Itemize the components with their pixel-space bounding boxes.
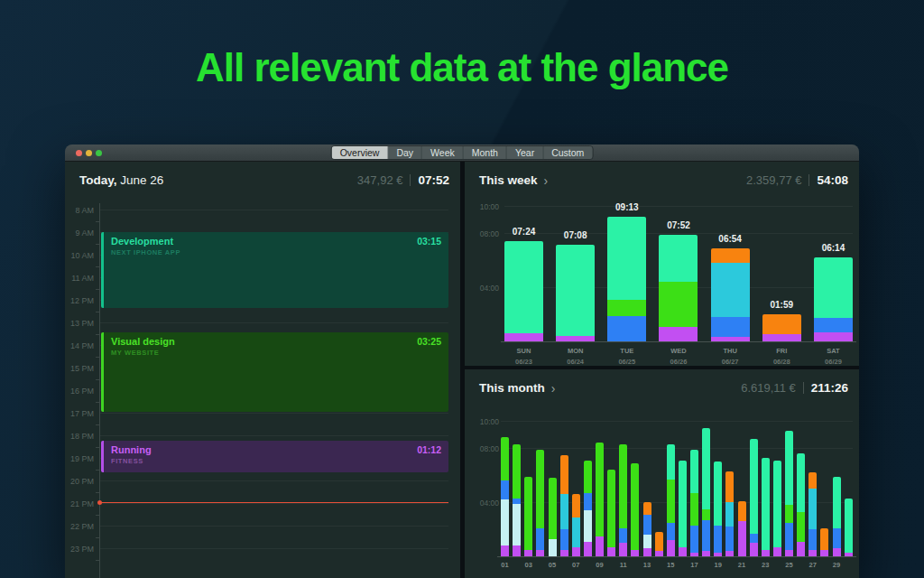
month-bar[interactable] — [667, 444, 675, 557]
bar-segment-m — [845, 499, 853, 553]
close-button[interactable] — [76, 150, 82, 156]
bar-segment-m — [797, 453, 805, 512]
month-bar[interactable] — [690, 450, 698, 557]
month-xtick-cell: 17 — [690, 561, 698, 569]
month-bar[interactable] — [762, 458, 770, 557]
value-separator — [803, 382, 804, 394]
month-bar[interactable] — [584, 461, 592, 557]
week-header[interactable]: This week › 2.359,77 € 54:08 — [479, 173, 848, 187]
month-bar[interactable] — [679, 461, 687, 557]
month-xtick-cell — [773, 561, 781, 569]
month-bar[interactable] — [808, 472, 817, 556]
today-header: Today, June 26 347,92 € 07:52 — [79, 173, 449, 187]
bar-segment-b — [750, 534, 758, 544]
timeline-hour-label: 22 PM — [65, 522, 94, 531]
month-xtick-cell — [560, 561, 568, 569]
bar-segment-g — [659, 282, 698, 327]
minimize-button[interactable] — [86, 150, 92, 156]
tab-day[interactable]: Day — [388, 146, 422, 159]
xtick-text: SAT — [814, 346, 853, 357]
timeline-hour-label: 8 AM — [65, 206, 94, 215]
month-bar[interactable] — [596, 443, 604, 556]
month-bar[interactable] — [714, 461, 722, 556]
month-bar[interactable] — [738, 501, 746, 557]
month-xtick-label: 25 — [785, 561, 792, 569]
month-xtick-cell — [607, 561, 615, 569]
month-bar[interactable] — [631, 463, 639, 557]
month-bar[interactable] — [833, 477, 841, 557]
tab-year[interactable]: Year — [507, 146, 543, 159]
bar-segment-m — [556, 245, 595, 336]
today-values: 347,92 € 07:52 — [357, 173, 449, 187]
month-bar[interactable] — [797, 453, 805, 556]
week-bar[interactable]: 07:24 — [504, 241, 543, 341]
month-bar[interactable] — [750, 439, 758, 557]
month-bar[interactable] — [655, 532, 663, 556]
timeline-event[interactable]: Development03:15NEXT IPHONE APP — [101, 232, 448, 308]
chevron-right-icon: › — [551, 382, 556, 395]
bar-segment-p — [762, 550, 770, 557]
month-bar[interactable] — [513, 444, 521, 557]
bar-segment-o — [738, 501, 746, 522]
timeline-event[interactable]: Visual design03:25MY WEBSITE — [101, 332, 448, 412]
bar-value-label: 06:54 — [718, 234, 742, 244]
bar-segment-p — [504, 333, 543, 341]
marketing-backdrop: All relevant data at the glance Overview… — [0, 0, 924, 578]
week-bar[interactable]: 01:59 — [762, 314, 801, 341]
month-xtick-cell — [750, 561, 758, 569]
month-bar[interactable] — [560, 455, 568, 557]
month-bar[interactable] — [773, 461, 781, 557]
bar-segment-g — [524, 477, 532, 550]
xtick-text: TUE — [607, 346, 646, 357]
month-bar[interactable] — [572, 494, 580, 556]
month-bar[interactable] — [524, 477, 532, 557]
month-xtick-cell — [679, 561, 687, 569]
bar-segment-m — [750, 439, 758, 534]
month-bar[interactable] — [536, 450, 544, 557]
week-bar[interactable]: 07:52 — [659, 235, 698, 341]
month-header[interactable]: This month › 6.619,11 € 211:26 — [479, 381, 848, 395]
month-xtick-cell: 21 — [738, 561, 746, 569]
week-bar[interactable]: 06:14 — [814, 257, 853, 341]
tab-month[interactable]: Month — [464, 146, 507, 159]
week-duration: 54:08 — [817, 173, 848, 187]
chart-bars — [501, 421, 853, 556]
timeline-event[interactable]: Running01:12FITNESS — [101, 441, 448, 472]
bar-segment-p — [584, 542, 592, 557]
week-bar[interactable]: 06:54 — [711, 248, 750, 342]
bar-segment-o — [725, 471, 734, 503]
event-duration: 01:12 — [417, 444, 441, 455]
xtick-text: 06/26 — [659, 357, 698, 368]
tab-overview[interactable]: Overview — [332, 146, 389, 159]
month-xtick-label: 01 — [501, 561, 508, 569]
month-bar[interactable] — [845, 499, 853, 557]
month-bar[interactable] — [785, 431, 793, 557]
week-xtick-label: FRI06/28 — [762, 346, 801, 367]
month-bar[interactable] — [619, 444, 627, 557]
week-bar[interactable]: 09:13 — [607, 217, 646, 341]
tab-week[interactable]: Week — [422, 146, 464, 159]
month-xtick-label: 19 — [715, 561, 722, 569]
chart-baseline — [501, 341, 856, 342]
timeline-hour-line — [100, 413, 448, 414]
week-title[interactable]: This week — [479, 173, 538, 187]
week-bar[interactable]: 07:08 — [556, 245, 595, 341]
month-xtick-label: 05 — [549, 561, 556, 569]
bar-segment-b — [619, 528, 627, 544]
month-bar[interactable] — [607, 470, 615, 556]
month-bar[interactable] — [702, 428, 710, 557]
month-bar[interactable] — [643, 502, 651, 556]
month-bar[interactable] — [501, 437, 509, 556]
month-bar[interactable] — [549, 478, 557, 556]
month-title[interactable]: This month — [479, 381, 545, 395]
week-xtick-label: SUN06/23 — [504, 346, 543, 367]
month-bar[interactable] — [820, 528, 828, 557]
zoom-button[interactable] — [96, 150, 102, 156]
chart-xtick-labels: SUN06/23MON06/24TUE06/25WED06/26THU06/27… — [504, 346, 853, 367]
tab-custom[interactable]: Custom — [543, 146, 592, 159]
timeline-hour-label: 14 PM — [65, 341, 94, 350]
month-bar[interactable] — [725, 471, 734, 557]
bar-segment-p — [659, 327, 698, 342]
xtick-text: SUN — [504, 346, 543, 357]
month-xtick-cell: 07 — [572, 561, 580, 569]
